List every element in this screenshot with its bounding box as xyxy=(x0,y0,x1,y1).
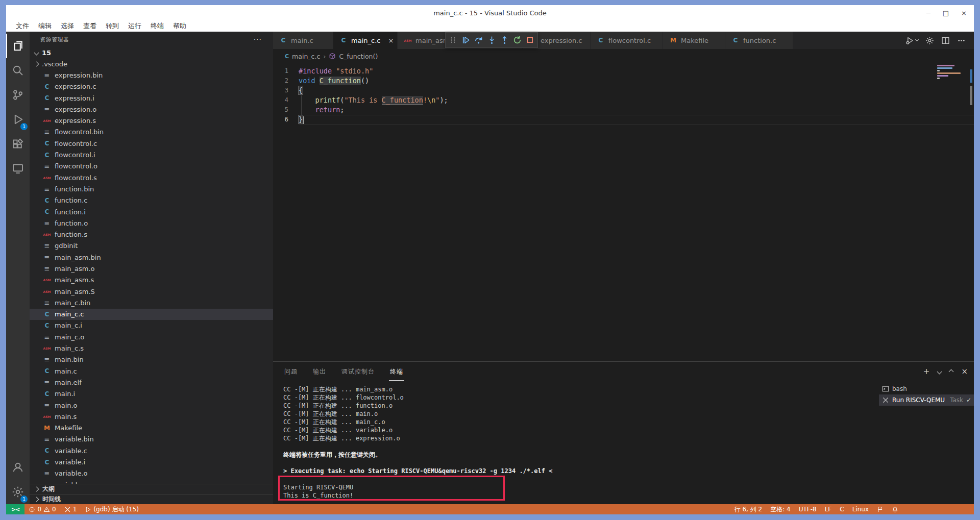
file-tree-item[interactable]: MMakefile xyxy=(30,423,273,434)
run-debug-icon[interactable]: 1 xyxy=(6,107,30,132)
tab-Makefile[interactable]: MMakefile xyxy=(663,32,725,49)
explorer-more-actions-icon[interactable]: ··· xyxy=(254,35,262,43)
file-tree-item[interactable]: ≡function.bin xyxy=(30,183,273,194)
code-editor[interactable]: 1#include "stdio.h"2void C_function()3{4… xyxy=(273,63,974,361)
file-tree-item[interactable]: ASMflowcontrol.s xyxy=(30,172,273,183)
file-tree-item[interactable]: Cvariable.i xyxy=(30,456,273,467)
remote-indicator[interactable]: >< xyxy=(6,504,24,514)
step-over-button[interactable] xyxy=(473,35,484,46)
search-icon[interactable] xyxy=(6,58,30,83)
settings-button[interactable] xyxy=(925,36,934,45)
step-out-button[interactable] xyxy=(499,35,510,46)
file-tree-item[interactable]: Cmain_c.c xyxy=(30,309,273,320)
file-tree-item[interactable]: ≡main_asm.bin xyxy=(30,252,273,263)
menu-item-6[interactable]: 终端 xyxy=(146,21,168,31)
menu-item-1[interactable]: 编辑 xyxy=(34,21,56,31)
close-panel-icon[interactable]: × xyxy=(961,368,968,376)
explorer-icon[interactable] xyxy=(6,34,30,58)
file-tree-item[interactable]: ≡flowcontrol.o xyxy=(30,161,273,172)
maximize-panel-icon[interactable] xyxy=(949,370,953,374)
settings-gear-icon[interactable]: 1 xyxy=(6,480,30,504)
file-tree-item[interactable]: ≡main_asm.o xyxy=(30,263,273,274)
tab-flowcontrol.c[interactable]: Cflowcontrol.c xyxy=(591,32,663,49)
breadcrumb[interactable]: C main_c.c › C_function() xyxy=(273,49,974,63)
source-control-icon[interactable] xyxy=(6,83,30,107)
extensions-icon[interactable] xyxy=(6,132,30,156)
panel-tab-问题[interactable]: 问题 xyxy=(283,362,299,381)
file-tree-item[interactable]: ASMexpression.s xyxy=(30,115,273,126)
continue-button[interactable] xyxy=(460,35,472,46)
restart-button[interactable] xyxy=(512,35,523,46)
run-button[interactable] xyxy=(905,36,918,45)
tree-root-folder[interactable]: 15 xyxy=(30,47,273,58)
file-tree-item[interactable]: ≡variable.o xyxy=(30,468,273,479)
menu-item-0[interactable]: 文件 xyxy=(11,21,34,31)
status-item-5[interactable]: Linux xyxy=(848,504,873,514)
split-button[interactable] xyxy=(941,36,950,45)
step-into-button[interactable] xyxy=(486,35,497,46)
file-tree-item[interactable]: ≡main_c.o xyxy=(30,331,273,342)
file-tree-item[interactable]: ≡main.elf xyxy=(30,377,273,388)
minimap[interactable] xyxy=(937,65,966,80)
tab-function.c[interactable]: Cfunction.c xyxy=(725,32,793,49)
status-item-1[interactable]: 空格: 4 xyxy=(766,504,795,514)
status-item-2[interactable]: UTF-8 xyxy=(795,504,821,514)
file-tree-item[interactable]: ≡main.bin xyxy=(30,354,273,365)
file-tree-item[interactable]: Cexpression.i xyxy=(30,92,273,104)
close-icon[interactable]: × xyxy=(961,10,967,16)
status-item-3[interactable]: LF xyxy=(821,504,836,514)
minimize-icon[interactable]: ─ xyxy=(926,10,930,16)
restore-icon[interactable]: □ xyxy=(943,10,949,16)
close-tab-icon[interactable]: × xyxy=(388,37,394,44)
file-tree-item[interactable]: Cvariable.c xyxy=(30,445,273,456)
file-tree-item[interactable]: ≡function.o xyxy=(30,217,273,229)
menu-item-3[interactable]: 查看 xyxy=(79,21,101,31)
status-item-4[interactable]: C xyxy=(836,504,848,514)
file-tree-item[interactable]: ≡gdbinit xyxy=(30,240,273,252)
file-tree-item[interactable]: ASMmain_c.s xyxy=(30,342,273,354)
file-tree-item[interactable]: ≡expression.bin xyxy=(30,69,273,81)
file-tree-item[interactable]: ASMmain_asm.s xyxy=(30,275,273,286)
tab-main_c.c[interactable]: Cmain_c.c× xyxy=(333,32,398,49)
tab-main.c[interactable]: Cmain.c xyxy=(273,32,333,49)
file-tree-item[interactable]: Cexpression.c xyxy=(30,81,273,92)
outline-section[interactable]: 大纲 xyxy=(30,484,273,494)
file-tree-item[interactable]: .vscode xyxy=(30,58,273,69)
file-tree-item[interactable]: ASMmain_asm.S xyxy=(30,286,273,297)
terminal-output[interactable]: CC -[M] 正在构建 ... main_asm.oCC -[M] 正在构建 … xyxy=(273,381,879,504)
terminal-list-item-bash[interactable]: bash xyxy=(879,383,974,394)
breadcrumb-symbol[interactable]: C_function() xyxy=(339,53,378,60)
timeline-section[interactable]: 时间线 xyxy=(30,494,273,504)
file-tree-item[interactable]: ≡flowcontrol.bin xyxy=(30,127,273,138)
file-tree-item[interactable]: Cmain.c xyxy=(30,365,273,377)
file-tree-item[interactable]: Cmain.i xyxy=(30,388,273,400)
file-tree-item[interactable]: ASMmain.s xyxy=(30,411,273,422)
file-tree-item[interactable]: Cmain_c.i xyxy=(30,320,273,331)
debug-launch-indicator[interactable]: (gdb) 启动 (15) xyxy=(81,504,142,514)
panel-tab-终端[interactable]: 终端 xyxy=(389,362,404,381)
file-tree-item[interactable]: Cfunction.c xyxy=(30,195,273,206)
more-button[interactable] xyxy=(957,36,966,45)
scrollbar-thumb[interactable] xyxy=(970,86,972,105)
file-tree-item[interactable]: ≡main.o xyxy=(30,400,273,411)
menu-item-7[interactable]: 帮助 xyxy=(168,21,191,31)
menu-item-2[interactable]: 选择 xyxy=(56,21,79,31)
terminal-dropdown-icon[interactable] xyxy=(938,370,941,374)
status-item-0[interactable]: 行 6, 列 2 xyxy=(730,504,767,514)
terminal-list-item-Run RISCV-QEMU[interactable]: Run RISCV-QEMUTask✓ xyxy=(879,394,974,406)
file-tree-item[interactable]: Cflowcontrol.i xyxy=(30,149,273,160)
panel-tab-调试控制台[interactable]: 调试控制台 xyxy=(340,362,376,381)
problems-indicator[interactable]: 0 0 xyxy=(24,504,60,514)
stop-button[interactable] xyxy=(525,35,536,46)
panel-tab-输出[interactable]: 输出 xyxy=(312,362,327,381)
breadcrumb-file[interactable]: main_c.c xyxy=(292,53,320,60)
menu-item-5[interactable]: 运行 xyxy=(124,21,146,31)
running-tasks-indicator[interactable]: 1 xyxy=(60,504,81,514)
remote-explorer-icon[interactable] xyxy=(6,156,30,181)
file-tree-item[interactable]: Cflowcontrol.c xyxy=(30,138,273,149)
feedback-icon[interactable] xyxy=(873,504,888,514)
file-tree-item[interactable]: ≡expression.o xyxy=(30,104,273,115)
file-tree-item[interactable]: Cfunction.i xyxy=(30,206,273,217)
menu-item-4[interactable]: 转到 xyxy=(101,21,124,31)
notifications-bell-icon[interactable] xyxy=(888,504,902,514)
